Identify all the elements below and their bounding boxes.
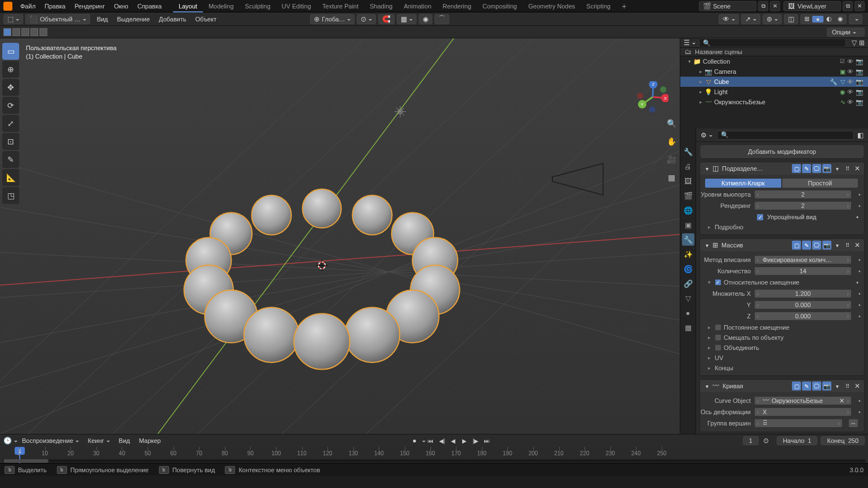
exclude-checkbox[interactable]: ☑	[840, 58, 845, 65]
vertex-group-field[interactable]: ⠿	[754, 419, 843, 428]
jump-start-icon[interactable]: ⏮	[426, 436, 436, 445]
select-box[interactable]	[12, 28, 20, 36]
menu-edit[interactable]: Правка	[40, 0, 70, 12]
editmode-icon[interactable]: ✎	[802, 381, 811, 391]
disclosure-icon[interactable]: ▸	[697, 89, 704, 95]
factor-z-field[interactable]: 0.000	[754, 312, 852, 321]
visibility-eye-icon[interactable]: 👁	[847, 68, 853, 76]
proportional-falloff[interactable]: ⌒	[435, 14, 449, 24]
outliner-row-camera[interactable]: ▸ 📷 Camera ▣ 👁📷	[680, 66, 868, 77]
jump-end-icon[interactable]: ⏭	[482, 436, 492, 445]
tl-view-menu[interactable]: Вид	[114, 437, 135, 444]
drag-icon[interactable]: ⠿	[843, 241, 852, 250]
menu-file[interactable]: Файл	[16, 0, 40, 12]
outliner-filter-icon[interactable]: ▽	[852, 39, 857, 47]
oncage-icon[interactable]: ▢	[792, 164, 801, 173]
select-tweak[interactable]	[3, 28, 11, 36]
gizmo-dropdown[interactable]: ↗	[741, 14, 760, 24]
simple-button[interactable]: Простой	[782, 178, 859, 188]
uv-label[interactable]: UV	[715, 354, 723, 361]
overlay-dropdown[interactable]: ⊚	[763, 14, 782, 24]
select-lasso[interactable]	[30, 28, 38, 36]
tool-cursor[interactable]: ⊕	[2, 61, 19, 78]
extras-icon[interactable]: ▾	[832, 164, 842, 173]
tab-rendering[interactable]: Rendering	[437, 0, 477, 12]
drag-icon[interactable]: ⠿	[843, 381, 852, 391]
visibility-eye-icon[interactable]: 👁	[847, 58, 853, 65]
solid-mode[interactable]: ●	[812, 16, 823, 23]
play-reverse-icon[interactable]: ◀	[448, 436, 458, 445]
tl-keying-menu[interactable]: Кеинг	[83, 437, 114, 444]
ptab-particles[interactable]: ✨	[682, 248, 694, 260]
render-display-icon[interactable]: 📷	[822, 381, 831, 391]
ptab-scene[interactable]: 🎬	[682, 189, 694, 202]
mode-dropdown[interactable]: ⬛Объектный …	[25, 14, 90, 24]
render-toggle-icon[interactable]: 📷	[856, 78, 863, 86]
pivot-dropdown[interactable]: ⊙	[357, 14, 376, 24]
outliner-new-collection[interactable]: ⊞	[859, 39, 865, 47]
scroll-thumb[interactable]	[3, 459, 48, 463]
catmull-button[interactable]: Кэтмелл-Кларк	[705, 178, 782, 188]
ptab-world[interactable]: 🌐	[682, 204, 694, 216]
ptab-material[interactable]: ●	[682, 307, 694, 319]
timeline-editor-icon[interactable]: 🕒	[3, 437, 12, 445]
tab-animation[interactable]: Animation	[398, 0, 437, 12]
orientation-dropdown[interactable]: ⊕Глоба…	[310, 14, 355, 24]
camera-icon[interactable]: 🎥	[665, 153, 677, 166]
relative-offset-label[interactable]: Относительное смещение	[724, 279, 799, 286]
autokey-toggle[interactable]: ●	[413, 437, 417, 445]
object-offset-label[interactable]: Смещать по объекту	[724, 334, 783, 341]
disclosure-icon[interactable]: ▸	[697, 79, 704, 85]
current-frame-field[interactable]: 1	[743, 436, 759, 445]
nav-gizmo[interactable]: X Y Z	[637, 81, 668, 113]
editor-type-dropdown[interactable]: ⬚	[3, 14, 23, 24]
frame-preview-toggle[interactable]: ⊙	[763, 437, 769, 445]
tool-annotate[interactable]: ✎	[2, 151, 19, 168]
add-modifier-button[interactable]: Добавить модификатор	[701, 145, 863, 158]
visibility-eye-icon[interactable]: 👁	[847, 88, 853, 96]
count-field[interactable]: 14	[754, 267, 852, 276]
relative-offset-checkbox[interactable]: ✓	[715, 279, 721, 286]
matprev-mode[interactable]: ◐	[823, 15, 835, 23]
outliner-row-collection[interactable]: ▾ 📁 Collection ☑👁📷	[680, 56, 868, 66]
constant-offset-checkbox[interactable]	[715, 324, 721, 331]
tool-move[interactable]: ✥	[2, 79, 19, 96]
tool-addcube[interactable]: ◳	[2, 187, 19, 204]
tab-texturepaint[interactable]: Texture Paint	[317, 0, 364, 12]
tl-marker-menu[interactable]: Маркер	[134, 437, 165, 444]
visibility-dropdown[interactable]: 👁	[719, 14, 739, 24]
snap-toggle[interactable]: 🧲	[378, 14, 395, 24]
ptab-output[interactable]: 🖨	[682, 160, 694, 172]
render-toggle-icon[interactable]: 📷	[856, 88, 863, 96]
prev-key-icon[interactable]: ◀|	[437, 436, 447, 445]
deform-axis-field[interactable]: X	[754, 407, 852, 416]
clear-icon[interactable]: ✕	[839, 397, 844, 405]
menu-render[interactable]: Рендеринг	[70, 0, 109, 12]
menu-view[interactable]: Вид	[92, 16, 113, 23]
outliner-search-input[interactable]: 🔍	[699, 38, 846, 47]
viewlayer-new-button[interactable]: ⧉	[843, 1, 853, 11]
modifier-header[interactable]: ▾ ◫ Подразделе… ▢ ✎ 🖵 📷 ▾ ⠿ ✕	[700, 162, 864, 175]
pan-icon[interactable]: ✋	[665, 135, 677, 148]
proportional-toggle[interactable]: ◉	[419, 14, 432, 24]
visibility-eye-icon[interactable]: 👁	[847, 99, 853, 106]
ptab-meshdata[interactable]: ▽	[682, 292, 694, 304]
outliner-editor-icon[interactable]: ☰	[684, 39, 690, 47]
play-icon[interactable]: ▶	[459, 436, 470, 445]
ptab-constraints[interactable]: 🔗	[682, 277, 694, 290]
render-toggle-icon[interactable]: 📷	[856, 99, 863, 106]
render-display-icon[interactable]: 📷	[822, 164, 831, 173]
modifier-header[interactable]: ▾ ⊞ Массив ▢ ✎ 🖵 📷 ▾ ⠿ ✕	[700, 239, 864, 251]
render-toggle-icon[interactable]: 📷	[856, 68, 863, 76]
tab-compositing[interactable]: Compositing	[477, 0, 522, 12]
oncage-icon[interactable]: ▢	[792, 381, 801, 391]
fit-type-field[interactable]: Фиксированное колич…	[754, 255, 852, 264]
oncage-icon[interactable]: ▢	[792, 241, 801, 250]
render-toggle-icon[interactable]: 📷	[856, 58, 863, 65]
disclosure-icon[interactable]: ▾	[686, 59, 693, 64]
factor-y-field[interactable]: 0.000	[754, 300, 852, 309]
optimal-display-checkbox[interactable]: ✓	[756, 214, 764, 221]
tool-measure[interactable]: 📐	[2, 169, 19, 186]
ptab-viewlayer[interactable]: 🖼	[682, 175, 694, 187]
scene-field[interactable]: 🎬Scene	[699, 1, 756, 11]
